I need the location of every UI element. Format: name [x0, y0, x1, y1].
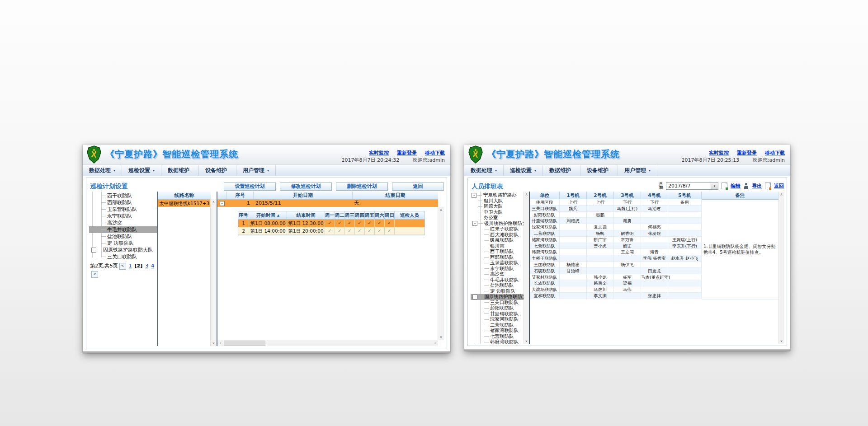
plan-vertical-scrollbar[interactable]: ∧ ∨	[438, 207, 444, 340]
page-link[interactable]: 1	[129, 263, 132, 269]
next-page-button[interactable]: >	[91, 271, 98, 278]
toolbar-button[interactable]: 设置巡检计划	[224, 183, 276, 191]
column-header-weekday[interactable]: 周三	[345, 211, 355, 219]
tree-node[interactable]: 定 边联防队	[89, 240, 157, 247]
plan-row[interactable]: - 1 2015/5/11 无	[217, 200, 438, 207]
edit-link[interactable]: 编辑	[731, 183, 741, 189]
schedule-row[interactable]: 七营联防队 曹小虎 魏证 李东升(下行)	[530, 243, 702, 249]
tree-node[interactable]: 高沙窝	[89, 220, 157, 226]
schedule-row[interactable]: 三关口联防队 魏兵 马魏(上行) 马治君	[530, 206, 702, 212]
tree-node[interactable]: 盐池联防队	[471, 283, 524, 289]
column-header-weekday[interactable]: 周四	[355, 211, 365, 219]
tree-node[interactable]: 西部联防队	[89, 199, 157, 206]
menu-item[interactable]: 用户管理 ▾	[618, 165, 657, 176]
tree-node[interactable]: - 固原铁路护路联防大队	[89, 247, 157, 253]
nav-link[interactable]: 重新登录	[397, 150, 417, 156]
nav-link[interactable]: 重新登录	[737, 150, 757, 156]
menu-item[interactable]: 数据处理 ▾	[83, 165, 122, 176]
column-header-inspector[interactable]: 巡检人员	[395, 211, 425, 219]
menu-item[interactable]: 巡检设置 ▾	[504, 165, 543, 176]
export-person-icon[interactable]	[744, 183, 749, 189]
column-header-weekday[interactable]: 周二	[335, 211, 345, 219]
date-select[interactable]: 2017/8/7 ▾	[666, 182, 718, 190]
table-scrollbar[interactable]: ∧ ∨	[778, 192, 784, 344]
column-header[interactable]: 5号机	[668, 192, 702, 199]
schedule-row[interactable]: 土桥子联防队 李伟 杨秀宝 赵永升 赵小飞	[530, 255, 702, 262]
column-header[interactable]: 3号机	[614, 192, 641, 199]
schedule-row[interactable]: 王团联防队 杨德忠 杨伊飞	[530, 262, 702, 268]
dropdown-icon[interactable]: ▾	[711, 183, 718, 189]
tree-node[interactable]: 三关口联防队	[471, 300, 524, 306]
column-header[interactable]: 1号机	[560, 192, 587, 199]
export-link[interactable]: 导出	[752, 183, 762, 189]
scroll-up-icon[interactable]: ∧	[211, 199, 217, 205]
tree-node[interactable]: 银川南	[471, 243, 524, 249]
tree-node[interactable]: - 固原铁路护路联防大队	[471, 294, 524, 300]
schedule-row[interactable]: 韩府湾联防队 王立闯 海青	[530, 249, 702, 255]
schedule-row[interactable]: 宣和联防队 李文渊 张忠祥	[530, 293, 702, 299]
tree-node[interactable]: 三关口联防队	[89, 253, 157, 260]
nav-link[interactable]: 移动下载	[765, 150, 785, 156]
tree-node[interactable]: 玉泉营联防队	[471, 260, 524, 266]
tree-collapse-icon[interactable]: -	[472, 295, 477, 300]
scroll-left-icon[interactable]: ‹	[217, 340, 223, 346]
toolbar-button[interactable]: 删除巡检计划	[336, 183, 388, 191]
schedule-row[interactable]: 使用区段 上行 上行 下行 下行 备用	[530, 199, 702, 206]
tree-node[interactable]: 西部联防队	[471, 255, 524, 261]
tree-collapse-icon[interactable]: -	[472, 193, 476, 198]
tree-scrollbar[interactable]: ∧ ∨	[524, 192, 529, 344]
tree-node[interactable]: - 宁夏铁路护路办	[471, 192, 524, 198]
tree-node[interactable]: 牛毛井联防队	[89, 226, 157, 233]
scroll-down-icon[interactable]: ∨	[211, 340, 217, 346]
column-header-remark[interactable]: 备注	[702, 192, 779, 200]
schedule-row[interactable]: 二营联防队 杨帆 解香明 张发煜	[530, 230, 702, 237]
tree-node[interactable]: 玉泉营联防队	[89, 206, 157, 213]
edit-doc-icon[interactable]	[722, 183, 727, 189]
column-header[interactable]: 2号机	[587, 192, 614, 199]
time-row[interactable]: 2 第1日 14:00:00 第1日 20:00:00 ✓ ✓ ✓ ✓ ✓ ✓	[238, 227, 425, 235]
column-header[interactable]: 4号机	[641, 192, 668, 199]
line-row[interactable]: 太中银联络线k1517+300m	[158, 200, 211, 207]
tree-node[interactable]: 高沙窝	[471, 272, 524, 277]
page-link[interactable]: 4	[151, 263, 154, 269]
column-header-weekday[interactable]: 周六	[375, 211, 385, 219]
scroll-right-icon[interactable]: ›	[432, 340, 438, 346]
column-header-weekday[interactable]: 周五	[365, 211, 375, 219]
column-header-start-date[interactable]: 开始日期	[253, 192, 352, 199]
toolbar-button[interactable]: 返回	[392, 183, 444, 191]
nav-link[interactable]: 实时监控	[709, 150, 729, 156]
tree-node[interactable]: 七营联防队	[471, 334, 524, 340]
tree-collapse-icon[interactable]: -	[472, 221, 477, 226]
plan-horizontal-scrollbar[interactable]: ‹ ›	[217, 340, 438, 346]
schedule-row[interactable]: 长农联防队 路秉文 梁福	[530, 280, 702, 286]
column-header-seq[interactable]: 序号	[226, 192, 253, 199]
column-header-end-date[interactable]: 结束日期	[352, 192, 438, 199]
nav-link[interactable]: 移动下载	[425, 150, 445, 156]
schedule-row[interactable]: 大战场联防队 马虎川 马伟	[530, 286, 702, 293]
tree-node[interactable]: 盐池联防队	[89, 233, 157, 240]
column-header-end-time[interactable]: 结束时间	[287, 211, 325, 219]
tree-node[interactable]: 彭阳联防队	[471, 305, 524, 311]
tree-node[interactable]: 银川大队	[471, 198, 524, 204]
menu-item[interactable]: 数据维护	[161, 165, 199, 176]
page-link[interactable]: [2]	[135, 263, 143, 269]
tree-node[interactable]: 暖泉联防队	[471, 238, 524, 243]
collapse-row-icon[interactable]: -	[220, 201, 225, 206]
tree-node[interactable]: 二营联防队	[471, 323, 524, 328]
scroll-down-icon[interactable]: ∨	[438, 334, 444, 340]
tree-node[interactable]: 定 边联防队	[471, 289, 524, 295]
tree-node[interactable]: 永宁联防队	[89, 213, 157, 220]
scroll-up-icon[interactable]: ∧	[779, 192, 784, 197]
scroll-up-icon[interactable]: ∧	[524, 192, 529, 197]
tree-node[interactable]: 沈家河联防队	[471, 317, 524, 323]
tree-collapse-icon[interactable]: -	[91, 248, 96, 253]
tree-node[interactable]: 西干联防队	[471, 249, 524, 255]
tree-node[interactable]: 红果子联防队	[471, 226, 524, 232]
schedule-row[interactable]: 廿里铺联防队 刘根虎 谢勇	[530, 218, 702, 224]
tree-node[interactable]: - 银川铁路护路联防大队	[471, 221, 524, 227]
schedule-row[interactable]: 褚家湾联防队 靳广宇 常万珠 王婉瑞(上行)	[530, 237, 702, 243]
menu-item[interactable]: 巡检设置 ▾	[122, 165, 161, 176]
scroll-down-icon[interactable]: ∨	[524, 338, 529, 344]
tree-node[interactable]: 褚家湾联防队	[471, 328, 524, 334]
toolbar-button[interactable]: 修改巡检计划	[280, 183, 332, 191]
